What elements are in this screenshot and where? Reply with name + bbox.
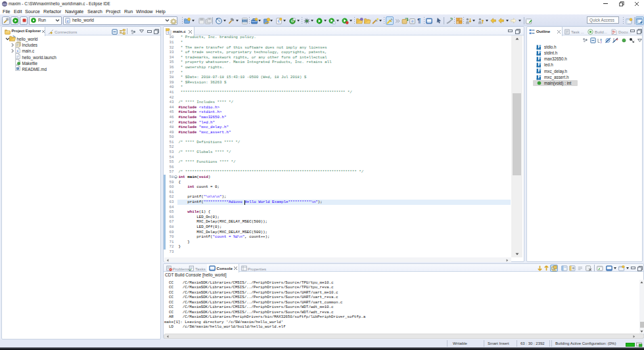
svg-text:010: 010 bbox=[242, 20, 246, 22]
svg-text:c: c bbox=[66, 18, 68, 22]
svg-text:o: o bbox=[411, 19, 413, 23]
svg-text:z: z bbox=[601, 39, 603, 43]
svg-text:c: c bbox=[17, 49, 19, 53]
